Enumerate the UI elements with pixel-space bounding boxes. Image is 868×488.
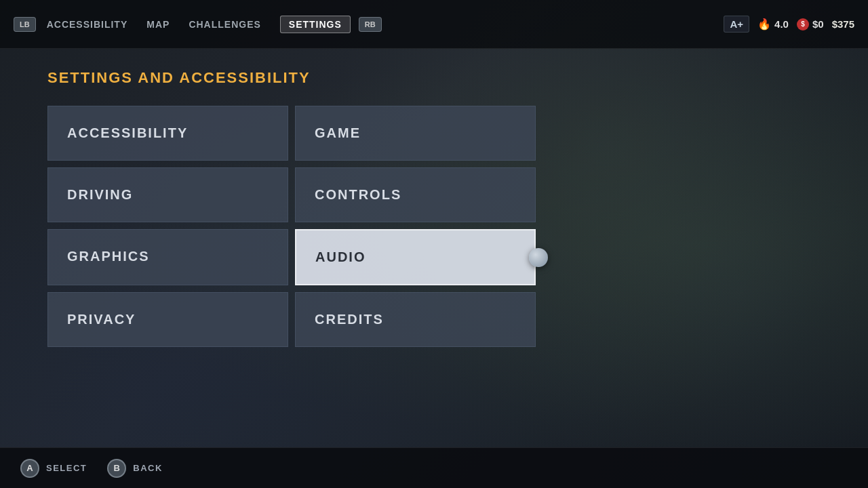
selection-cursor (529, 248, 548, 267)
rating-value: 4.0 (774, 18, 789, 30)
nav-right: A+ 🔥 4.0 $ $0 $375 (724, 16, 854, 33)
menu-item-accessibility[interactable]: ACCESSIBILITY (47, 106, 288, 161)
left-bumper-button[interactable]: LB (14, 17, 36, 32)
flame-icon: 🔥 (757, 18, 771, 30)
b-button-label: B (114, 463, 120, 473)
menu-item-privacy[interactable]: PRIVACY (47, 292, 288, 347)
menu-item-label-credits: CREDITS (315, 312, 384, 327)
nav-item-play[interactable]: ACCESSIBILITY (47, 19, 128, 30)
coin-stat: $ $0 (797, 18, 824, 30)
main-content: SETTINGS AND ACCESSIBILITY ACCESSIBILITY… (0, 49, 868, 447)
back-hint: B BACK (107, 459, 163, 478)
menu-item-label-accessibility: ACCESSIBILITY (67, 125, 188, 140)
menu-item-label-audio: AUDIO (315, 249, 366, 264)
back-label: BACK (133, 463, 163, 473)
menu-item-label-driving: DRIVING (67, 187, 133, 202)
menu-item-driving[interactable]: DRIVING (47, 167, 288, 222)
nav-item-challenges[interactable]: CHALLENGES (189, 19, 260, 30)
coin-value: $0 (812, 18, 824, 30)
b-button: B (107, 459, 126, 478)
rating-stat: 🔥 4.0 (757, 18, 789, 30)
menu-item-label-controls: CONTROLS (315, 187, 401, 202)
bottom-bar: A SELECT B BACK (0, 447, 868, 488)
menu-item-graphics[interactable]: GRAPHICS (47, 229, 288, 285)
menu-item-controls[interactable]: CONTROLS (295, 167, 536, 222)
nav-bar: LB ACCESSIBILITY MAP CHALLENGES SETTINGS… (0, 0, 868, 49)
settings-menu-grid: ACCESSIBILITY GAME DRIVING CONTROLS GRAP… (47, 106, 536, 347)
nav-items: ACCESSIBILITY MAP CHALLENGES SETTINGS (47, 16, 351, 33)
menu-item-credits[interactable]: CREDITS (295, 292, 536, 347)
nav-item-map[interactable]: MAP (146, 19, 170, 30)
menu-item-audio[interactable]: AUDIO (295, 229, 536, 285)
menu-item-game[interactable]: GAME (295, 106, 536, 161)
a-button-label: A (26, 463, 33, 473)
select-label: SELECT (46, 463, 87, 473)
menu-item-label-game: GAME (315, 125, 361, 140)
nav-item-settings[interactable]: SETTINGS (280, 16, 351, 33)
menu-item-label-privacy: PRIVACY (67, 312, 136, 327)
nav-left: LB ACCESSIBILITY MAP CHALLENGES SETTINGS… (14, 16, 382, 33)
select-hint: A SELECT (20, 459, 87, 478)
coin-icon: $ (797, 18, 809, 30)
menu-item-label-graphics: GRAPHICS (67, 249, 150, 264)
page-title: SETTINGS AND ACCESSIBILITY (47, 69, 821, 87)
grade-badge: A+ (724, 16, 749, 33)
right-bumper-button[interactable]: RB (359, 17, 382, 32)
a-button: A (20, 459, 39, 478)
money-value: $375 (832, 18, 854, 30)
